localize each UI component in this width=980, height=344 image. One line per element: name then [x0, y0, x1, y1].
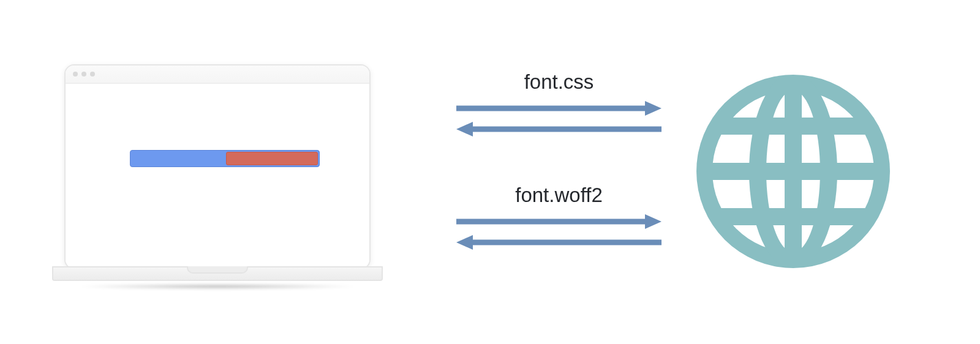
svg-marker-3 [456, 122, 473, 136]
svg-marker-5 [645, 214, 662, 229]
svg-rect-11 [695, 163, 891, 180]
request-font-label: font.woff2 [456, 184, 662, 207]
arrow-right-icon [456, 214, 662, 254]
window-dot [73, 72, 78, 77]
svg-marker-1 [645, 101, 662, 116]
svg-rect-12 [695, 118, 891, 135]
request-css-label: font.css [456, 70, 662, 94]
window-dot [90, 72, 95, 77]
browser-titlebar [66, 65, 369, 84]
arrow-right-icon [456, 101, 662, 141]
progress-fill [226, 152, 318, 165]
laptop-icon [52, 64, 383, 291]
request-css: font.css [456, 70, 662, 143]
browser-body [66, 84, 369, 268]
laptop-base [52, 266, 383, 291]
svg-rect-13 [695, 208, 891, 225]
globe-icon [695, 73, 891, 269]
window-dot [81, 72, 86, 77]
browser-window [64, 64, 371, 269]
progress-bar [130, 150, 320, 167]
svg-marker-7 [456, 235, 473, 250]
request-font: font.woff2 [456, 184, 662, 256]
